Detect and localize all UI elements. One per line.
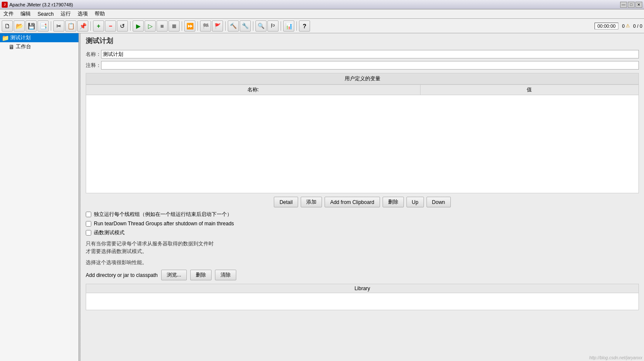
detail-button[interactable]: Detail xyxy=(274,197,298,207)
up-button[interactable]: Up xyxy=(406,197,424,207)
checkbox2-input[interactable] xyxy=(86,221,91,227)
comment-label: 注释： xyxy=(86,62,101,69)
clear-button[interactable]: ↺ xyxy=(117,20,128,32)
checkbox1-input[interactable] xyxy=(86,212,91,217)
remote-start-button[interactable]: ⏩ xyxy=(184,20,195,32)
clear-all-button[interactable]: 🏳 xyxy=(267,20,278,32)
title-bar-left: J Apache JMeter (3.2 r1790748) xyxy=(2,2,73,8)
menu-file[interactable]: 文件 xyxy=(0,9,17,18)
separator-1 xyxy=(51,21,51,31)
classpath-label: Add directory or jar to classpath xyxy=(86,272,158,278)
comment-input[interactable] xyxy=(101,61,639,70)
remote-stop-all-button[interactable]: 🚩 xyxy=(212,20,223,32)
timer-display: 00:00:00 xyxy=(595,23,619,29)
checkbox1-row: 独立运行每个线程组（例如在一个组运行结束后启动下一个） xyxy=(86,211,639,218)
delete-variable-button[interactable]: 删除 xyxy=(383,197,404,207)
variables-buttons-row: Detail 添加 Add from Clipboard 删除 Up Down xyxy=(86,197,639,207)
variables-body xyxy=(86,95,639,193)
checkbox2-row: Run tearDown Thread Groups after shutdow… xyxy=(86,221,639,227)
menu-options[interactable]: 选项 xyxy=(74,9,91,18)
menu-run[interactable]: 运行 xyxy=(57,9,74,18)
variables-table: 名称: 值 xyxy=(86,84,639,95)
col-name-header: 名称: xyxy=(86,85,421,95)
browse-button[interactable]: 浏览... xyxy=(161,270,187,280)
stop-button[interactable]: ■ xyxy=(157,20,168,32)
desc-line4: 选择这个选项很影响性能。 xyxy=(86,259,639,266)
name-input[interactable] xyxy=(101,50,639,58)
search-button[interactable]: 🔍 xyxy=(255,20,267,32)
minimize-button[interactable]: — xyxy=(620,2,627,8)
delete-classpath-button[interactable]: 删除 xyxy=(190,270,212,280)
play-no-pause-button[interactable]: ▷ xyxy=(145,20,156,32)
right-panel: 测试计划 名称： 注释： 用户定义的变量 名称: 值 Detail 添加 xyxy=(81,33,644,361)
left-panel: 📁 测试计划 🖥 工作台 xyxy=(0,33,79,361)
col-value-header: 值 xyxy=(420,85,638,95)
tree-item-label: 测试计划 xyxy=(10,34,31,41)
close-button[interactable]: ✕ xyxy=(635,2,642,8)
paste-button[interactable]: 📌 xyxy=(77,20,88,32)
add-variable-button[interactable]: 添加 xyxy=(301,197,322,207)
folder-icon: 📁 xyxy=(2,35,9,41)
menu-bar: 文件 编辑 Search 运行 选项 帮助 xyxy=(0,9,644,19)
separator-6 xyxy=(225,21,226,31)
workbench-icon: 🖥 xyxy=(9,44,15,50)
warning-count: 0 xyxy=(622,23,624,29)
library-section: Library xyxy=(86,284,639,310)
separator-4 xyxy=(182,21,182,31)
warning-icon: ⚠ xyxy=(626,23,630,29)
checkbox3-input[interactable] xyxy=(86,230,91,236)
menu-help[interactable]: 帮助 xyxy=(91,9,108,18)
library-header: Library xyxy=(86,284,639,293)
report-button[interactable]: 📊 xyxy=(283,20,294,32)
test1-button[interactable]: 🔨 xyxy=(228,20,239,32)
window-title: Apache JMeter (3.2 r1790748) xyxy=(9,2,73,7)
down-button[interactable]: Down xyxy=(426,197,451,207)
cut-button[interactable]: ✂ xyxy=(53,20,64,32)
separator-2 xyxy=(90,21,91,31)
checkbox1-label: 独立运行每个线程组（例如在一个组运行结束后启动下一个） xyxy=(94,211,232,218)
tree-item-label: 工作台 xyxy=(16,43,31,50)
tree-item-test-plan[interactable]: 📁 测试计划 xyxy=(0,33,78,42)
separator-5 xyxy=(197,21,198,31)
library-body xyxy=(86,293,639,310)
add-from-clipboard-button[interactable]: Add from Clipboard xyxy=(325,197,380,207)
remote-stop-button[interactable]: 🏁 xyxy=(200,20,211,32)
remove-button[interactable]: − xyxy=(105,20,116,32)
maximize-button[interactable]: □ xyxy=(628,2,635,8)
clear-classpath-button[interactable]: 清除 xyxy=(215,270,236,280)
classpath-row: Add directory or jar to classpath 浏览... … xyxy=(86,270,639,280)
save-as-button[interactable]: 📑 xyxy=(38,20,49,32)
toolbar: 🗋 📂 💾 📑 ✂ 📋 📌 + − ↺ ▶ ▷ ■ ⏹ ⏩ 🏁 🚩 🔨 🔧 🔍 … xyxy=(0,19,644,33)
tree-item-workbench[interactable]: 🖥 工作台 xyxy=(7,42,78,51)
desc-line1: 只有当你需要记录每个请求从服务器取得的数据到文件时 xyxy=(86,241,214,247)
shutdown-button[interactable]: ⏹ xyxy=(168,20,180,32)
help-button[interactable]: ? xyxy=(299,20,310,32)
separator-8 xyxy=(281,21,281,31)
copy-button[interactable]: 📋 xyxy=(65,20,76,32)
separator-9 xyxy=(296,21,297,31)
window-controls: — □ ✕ xyxy=(620,2,642,8)
checkbox3-label: 函数测试模式 xyxy=(94,229,125,236)
name-row: 名称： xyxy=(86,50,639,58)
main-layout: 📁 测试计划 🖥 工作台 测试计划 名称： 注释： 用户定义的变量 xyxy=(0,33,644,361)
name-label: 名称： xyxy=(86,51,101,58)
comment-row: 注释： xyxy=(86,61,639,70)
separator-3 xyxy=(130,21,131,31)
new-button[interactable]: 🗋 xyxy=(2,20,13,32)
app-icon: J xyxy=(2,2,8,8)
menu-search[interactable]: Search xyxy=(34,9,57,18)
title-bar: J Apache JMeter (3.2 r1790748) — □ ✕ xyxy=(0,0,644,9)
play-button[interactable]: ▶ xyxy=(133,20,144,32)
panel-title: 测试计划 xyxy=(86,37,639,46)
save-button[interactable]: 💾 xyxy=(26,20,37,32)
add-button[interactable]: + xyxy=(93,20,104,32)
menu-edit[interactable]: 编辑 xyxy=(17,9,34,18)
toolbar-right: 00:00:00 0 ⚠ 0 / 0 xyxy=(595,23,642,29)
desc-line2: 才需要选择函数测试模式。 xyxy=(86,248,147,254)
checkbox2-label: Run tearDown Thread Groups after shutdow… xyxy=(94,221,234,227)
open-button[interactable]: 📂 xyxy=(14,20,25,32)
warning-indicator: 0 ⚠ xyxy=(622,23,629,29)
variables-section-label: 用户定义的变量 xyxy=(86,73,639,84)
test2-button[interactable]: 🔧 xyxy=(240,20,251,32)
checkbox3-row: 函数测试模式 xyxy=(86,229,639,236)
